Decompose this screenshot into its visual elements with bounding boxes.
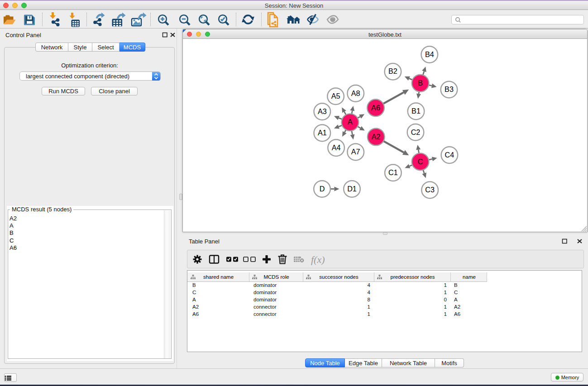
svg-text:D: D — [320, 185, 325, 193]
svg-text:C3: C3 — [425, 186, 435, 194]
svg-text:B: B — [418, 79, 423, 87]
svg-text:A8: A8 — [351, 89, 360, 97]
svg-text:f(x): f(x) — [311, 254, 325, 265]
svg-text:A3: A3 — [318, 107, 327, 115]
svg-text:A5: A5 — [331, 92, 340, 100]
svg-text:B2: B2 — [388, 67, 397, 75]
svg-text:A4: A4 — [332, 143, 341, 152]
svg-text:D1: D1 — [347, 185, 357, 193]
svg-text:B1: B1 — [411, 107, 421, 115]
svg-text:B3: B3 — [445, 85, 454, 93]
svg-text:C1: C1 — [388, 168, 398, 176]
svg-text:C: C — [418, 157, 423, 166]
svg-text:A7: A7 — [351, 148, 360, 156]
svg-text:A6: A6 — [371, 104, 380, 112]
svg-text:C4: C4 — [445, 151, 454, 159]
svg-text:A2: A2 — [372, 133, 381, 141]
svg-text:C2: C2 — [411, 128, 421, 136]
svg-text:B4: B4 — [425, 50, 434, 58]
svg-text:A: A — [348, 118, 353, 126]
svg-text:A1: A1 — [318, 129, 327, 137]
